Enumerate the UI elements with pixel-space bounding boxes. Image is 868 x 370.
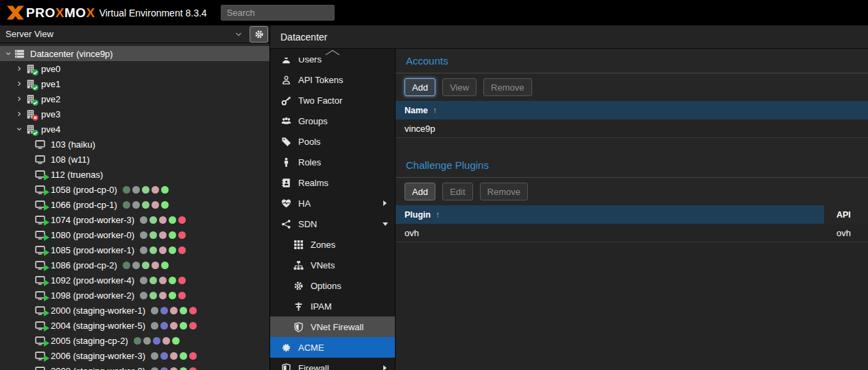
menu-item-firewall[interactable]: Firewall (270, 358, 395, 370)
plugins-api-column-header[interactable]: API (824, 205, 868, 224)
plugin-api-cell: ovh (824, 224, 868, 242)
node-icon (25, 124, 36, 135)
tag-dot (180, 352, 187, 360)
menu-item-vnet-firewall[interactable]: VNet Firewall (270, 316, 395, 337)
shield-icon (280, 362, 292, 370)
tree-item-label: 108 (w11) (51, 154, 90, 165)
account-row[interactable]: vince9p (396, 119, 868, 138)
tree-item-pve4[interactable]: pve4 (0, 122, 269, 137)
view-selector[interactable]: Server View (5, 29, 234, 39)
plugins-add-button[interactable]: Add (405, 183, 435, 200)
plugin-row[interactable]: ovh ovh (396, 224, 868, 242)
search-input[interactable] (221, 5, 335, 21)
tree-item-2008-staging-worker-0[interactable]: 2008 (staging-worker-0) (0, 363, 269, 370)
tree-item-1058-prod-cp-0[interactable]: 1058 (prod-cp-0) (0, 182, 269, 197)
tree-item-1080-prod-worker-0[interactable]: 1080 (prod-worker-0) (0, 227, 269, 242)
vm-running-icon (34, 275, 46, 286)
menu-item-groups[interactable]: Groups (270, 111, 395, 131)
tag-dot (132, 262, 140, 269)
tree-item-112-truenas[interactable]: 112 (truenas) (0, 167, 269, 182)
tag-dot (151, 352, 158, 360)
tag-dots (140, 246, 186, 254)
chevron-down-icon[interactable] (234, 30, 243, 38)
grid-icon (292, 239, 304, 250)
group-icon (280, 115, 292, 126)
acme-content: Accounts Add View Remove Name ↑ (396, 49, 868, 370)
chevron-right-icon[interactable] (14, 80, 25, 87)
heartbeat-icon (280, 198, 292, 209)
chevron-down-icon[interactable] (14, 126, 25, 132)
tree-item-1074-prod-worker-3[interactable]: 1074 (prod-worker-3) (0, 212, 269, 227)
tag-dot (170, 307, 178, 314)
tree-item-label: pve3 (41, 109, 60, 119)
status-online-icon (32, 84, 38, 91)
proxmox-logo: PROXMOX (7, 5, 95, 20)
tree-item-103-haiku[interactable]: 103 (haiku) (0, 137, 269, 152)
accounts-toolbar: Add View Remove (396, 73, 868, 101)
menu-item-ipam[interactable]: IPAM (270, 296, 395, 316)
tag-dots (134, 337, 180, 345)
right-body: UsersAPI TokensTwo FactorGroupsPoolsRole… (270, 49, 868, 370)
tag-dot (180, 322, 187, 329)
plugins-table-header: Plugin ↑ API (396, 205, 868, 224)
tree-item-pve2[interactable]: pve2 (0, 91, 269, 106)
play-icon (44, 279, 49, 286)
tag-dot (152, 186, 159, 194)
tree-item-2005-staging-cp-2[interactable]: 2005 (staging-cp-2) (0, 333, 269, 348)
menu-item-sdn[interactable]: SDN (270, 213, 395, 234)
tree-item-1066-prod-cp-1[interactable]: 1066 (prod-cp-1) (0, 197, 269, 212)
menu-item-two-factor[interactable]: Two Factor (270, 90, 395, 111)
menu-item-label: API Tokens (298, 75, 389, 85)
tag-dots (123, 262, 169, 269)
plugins-plugin-column-header[interactable]: Plugin ↑ (396, 205, 824, 224)
tag-dot (140, 231, 147, 239)
tree-item-108-w11[interactable]: 108 (w11) (0, 152, 269, 167)
accounts-section-header: Accounts (396, 49, 868, 73)
node-icon (25, 108, 36, 119)
vm-stopped-icon (34, 154, 46, 165)
tag-dot (149, 231, 157, 239)
menu-item-api-tokens[interactable]: API Tokens (270, 69, 395, 90)
menu-item-label: HA (298, 198, 383, 209)
tag-dots (140, 231, 186, 239)
menu-item-pools[interactable]: Pools (270, 131, 395, 152)
menu-item-acme[interactable]: ACME (270, 337, 395, 358)
chevron-right-icon[interactable] (14, 111, 25, 117)
tree-item-pve0[interactable]: pve0 (0, 61, 269, 76)
submenu-arrow-icon (383, 200, 387, 206)
play-icon (44, 219, 49, 226)
chevron-right-icon[interactable] (14, 65, 25, 72)
sdn-icon (280, 218, 292, 229)
accounts-name-column-header[interactable]: Name ↑ (396, 101, 868, 119)
menu-item-ha[interactable]: HA (270, 193, 395, 213)
tree-item-2006-staging-worker-3[interactable]: 2006 (staging-worker-3) (0, 348, 269, 363)
menu-scroll-up-indicator[interactable] (270, 49, 395, 58)
tree-item-1085-prod-worker-1[interactable]: 1085 (prod-worker-1) (0, 242, 269, 257)
tree-item-2004-staging-worker-5[interactable]: 2004 (staging-worker-5) (0, 318, 269, 333)
menu-item-label: SDN (298, 219, 383, 229)
menu-item-roles[interactable]: Roles (270, 152, 395, 172)
tree-settings-button[interactable] (250, 26, 268, 43)
accounts-add-button[interactable]: Add (405, 78, 435, 96)
right-panel: Datacenter UsersAPI TokensTwo FactorGrou… (270, 25, 868, 370)
menu-item-options[interactable]: Options (270, 275, 395, 296)
tree-item-1092-prod-worker-4[interactable]: 1092 (prod-worker-4) (0, 273, 269, 288)
status-offline-icon (32, 115, 38, 121)
plugins-remove-button: Remove (480, 183, 528, 200)
vm-running-icon (34, 259, 46, 270)
tree-item-2000-staging-worker-1[interactable]: 2000 (staging-worker-1) (0, 303, 269, 318)
tree-item-pve3[interactable]: pve3 (0, 106, 269, 122)
chevron-right-icon[interactable] (14, 95, 25, 102)
tree-item-1098-prod-worker-2[interactable]: 1098 (prod-worker-2) (0, 288, 269, 303)
page-title: Datacenter (280, 32, 327, 43)
tree-item-pve1[interactable]: pve1 (0, 76, 269, 91)
tree-item-1086-prod-cp-2[interactable]: 1086 (prod-cp-2) (0, 257, 269, 273)
plugins-edit-button: Edit (442, 183, 472, 200)
menu-item-realms[interactable]: Realms (270, 172, 395, 193)
key-icon (280, 95, 292, 106)
vm-running-icon (34, 350, 46, 361)
menu-item-zones[interactable]: Zones (270, 234, 395, 255)
menu-item-vnets[interactable]: VNets (270, 255, 395, 275)
tree-item-datacenter-vince9p[interactable]: Datacenter (vince9p) (0, 46, 269, 61)
chevron-down-icon[interactable] (3, 50, 14, 57)
